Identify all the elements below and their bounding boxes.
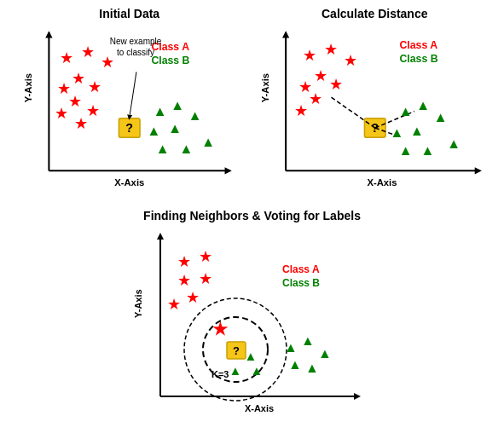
svg-marker-2 [45, 31, 52, 38]
svg-text:★: ★ [293, 101, 307, 119]
panel-title-calculate: Calculate Distance [252, 7, 498, 20]
panel-title-neighbors: Finding Neighbors & Voting for Labels [125, 209, 380, 222]
main-container: Initial Data New exampleto classify Y-Ax… [0, 0, 504, 439]
svg-text:★: ★ [55, 104, 68, 122]
svg-text:▲: ▲ [390, 124, 403, 140]
svg-text:▲: ▲ [398, 142, 412, 158]
svg-text:▲: ▲ [288, 357, 302, 372]
panel-neighbors: Finding Neighbors & Voting for Labels Y-… [125, 209, 380, 432]
svg-text:Class B: Class B [399, 53, 437, 65]
svg-text:★: ★ [344, 51, 357, 69]
svg-text:Class A: Class A [399, 39, 437, 51]
svg-text:★: ★ [177, 272, 191, 289]
svg-text:★: ★ [314, 66, 327, 84]
svg-text:▲: ▲ [409, 123, 423, 138]
svg-text:★: ★ [88, 78, 101, 95]
svg-text:★: ★ [328, 75, 342, 93]
top-row: Initial Data New exampleto classify Y-Ax… [7, 7, 497, 209]
panel-calculate: Calculate Distance Y-Axis X-Axis ★ ★ ★ ★… [252, 7, 498, 209]
svg-text:★: ★ [199, 248, 212, 265]
svg-text:★: ★ [309, 90, 322, 107]
svg-line-18 [130, 72, 136, 117]
svg-marker-32 [474, 167, 481, 174]
svg-text:★: ★ [68, 92, 82, 110]
svg-text:▲: ▲ [433, 109, 447, 124]
svg-text:X-Axis: X-Axis [367, 177, 397, 188]
svg-text:X-Axis: X-Axis [244, 403, 273, 413]
svg-text:▲: ▲ [446, 136, 460, 151]
svg-text:?: ? [233, 344, 240, 357]
svg-text:Y-Axis: Y-Axis [259, 73, 269, 102]
svg-text:K=3: K=3 [211, 369, 229, 379]
panel-initial-data: Initial Data New exampleto classify Y-Ax… [7, 7, 252, 209]
svg-text:★: ★ [72, 69, 85, 87]
svg-marker-60 [157, 233, 164, 240]
svg-text:★: ★ [167, 296, 181, 313]
svg-text:★: ★ [186, 289, 200, 306]
svg-text:▲: ▲ [156, 141, 170, 156]
svg-text:Class B: Class B [282, 277, 320, 289]
svg-text:▲: ▲ [250, 363, 263, 378]
svg-text:X-Axis: X-Axis [114, 177, 144, 188]
svg-text:Y-Axis: Y-Axis [23, 73, 33, 102]
svg-text:▲: ▲ [301, 333, 315, 348]
svg-marker-31 [282, 31, 289, 38]
svg-text:?: ? [125, 121, 133, 135]
svg-text:★: ★ [81, 43, 95, 61]
panel-title-initial: Initial Data [7, 7, 252, 20]
svg-text:★: ★ [212, 320, 229, 338]
svg-text:★: ★ [199, 270, 212, 287]
svg-line-45 [331, 97, 374, 128]
svg-text:▲: ▲ [201, 134, 215, 149]
svg-text:▲: ▲ [154, 103, 167, 118]
chart-initial: New exampleto classify Y-Axis X-Axis ★ ★ [7, 24, 252, 194]
annotation-initial: New exampleto classify [110, 36, 162, 58]
svg-text:★: ★ [302, 46, 316, 64]
svg-text:▲: ▲ [420, 142, 434, 158]
svg-text:▲: ▲ [171, 97, 184, 113]
svg-marker-61 [354, 393, 361, 400]
svg-text:▲: ▲ [305, 361, 319, 375]
svg-text:★: ★ [60, 49, 73, 66]
svg-text:▲: ▲ [179, 141, 193, 156]
svg-calculate: Y-Axis X-Axis ★ ★ ★ ★ ★ ★ ★ ★ ? [252, 24, 498, 194]
svg-text:▲: ▲ [318, 346, 332, 361]
svg-text:▲: ▲ [168, 120, 182, 136]
svg-text:▲: ▲ [416, 97, 430, 113]
chart-neighbors: Y-Axis X-Axis ★ ★ ★ ★ ★ ★ ★ K=3 [125, 226, 380, 422]
svg-text:▲: ▲ [244, 349, 257, 363]
svg-neighbors: Y-Axis X-Axis ★ ★ ★ ★ ★ ★ ★ K=3 [125, 226, 380, 422]
svg-text:Class A: Class A [282, 263, 320, 275]
svg-text:▲: ▲ [284, 340, 298, 355]
svg-text:★: ★ [74, 114, 88, 132]
svg-text:Y-Axis: Y-Axis [133, 290, 143, 319]
svg-marker-3 [225, 167, 232, 174]
bottom-row: Finding Neighbors & Voting for Labels Y-… [7, 209, 497, 432]
svg-text:★: ★ [324, 40, 338, 58]
chart-calculate: Y-Axis X-Axis ★ ★ ★ ★ ★ ★ ★ ★ ? [252, 24, 498, 194]
svg-text:▲: ▲ [398, 103, 412, 118]
svg-text:▲: ▲ [229, 363, 241, 378]
svg-text:▲: ▲ [147, 123, 160, 138]
svg-text:▲: ▲ [188, 107, 202, 123]
svg-text:★: ★ [177, 253, 191, 270]
